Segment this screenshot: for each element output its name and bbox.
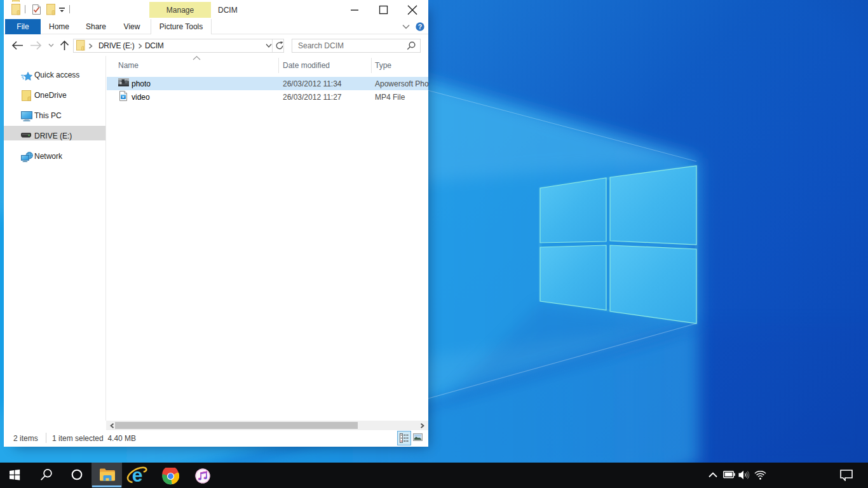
svg-text:e: e: [132, 466, 143, 484]
svg-text:?: ?: [418, 23, 422, 30]
